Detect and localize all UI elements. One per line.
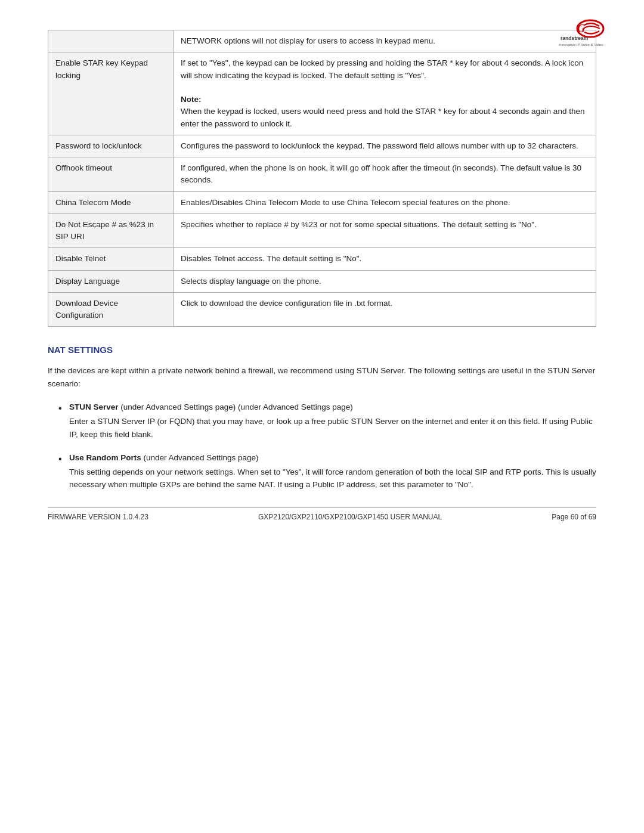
table-cell-content: Enables/Disables China Telecom Mode to u…: [174, 191, 596, 213]
svg-text:Innovative IP Voice & Video: Innovative IP Voice & Video: [559, 43, 603, 47]
bullet-title-stun: STUN Server: [69, 402, 119, 411]
bullet-list: STUN Server (under Advanced Settings pag…: [58, 401, 596, 491]
table-cell-content: If set to "Yes", the keypad can be locke…: [174, 52, 596, 135]
bullet-subtitle-ports-text: (under Advanced Settings page): [144, 453, 259, 462]
table-cell-label: Download Device Configuration: [48, 292, 174, 327]
table-cell-label: Disable Telnet: [48, 248, 174, 270]
table-row: Do Not Escape # as %23 in SIP URI Specif…: [48, 213, 596, 248]
nat-heading: NAT SETTINGS: [48, 345, 596, 355]
table-row: Disable Telnet Disables Telnet access. T…: [48, 248, 596, 270]
table-row: Download Device Configuration Click to d…: [48, 292, 596, 327]
bullet-body-stun: Enter a STUN Server IP (or FQDN) that yo…: [69, 415, 596, 441]
bullet-subtitle-stun-text: (under Advanced Settings page): [238, 402, 353, 411]
bullet-title-ports: Use Random Ports: [69, 453, 141, 462]
table-cell-label: [48, 30, 174, 52]
note-label: Note:: [181, 95, 202, 104]
table-cell-content: Specifies whether to replace # by %23 or…: [174, 213, 596, 248]
svg-text:G: G: [577, 23, 585, 35]
list-item: STUN Server (under Advanced Settings pag…: [58, 401, 596, 441]
table-cell-label: Display Language: [48, 270, 174, 292]
table-row: Password to lock/unlock Configures the p…: [48, 135, 596, 157]
table-row: Offhook timeout If configured, when the …: [48, 157, 596, 192]
table-row: China Telecom Mode Enables/Disables Chin…: [48, 191, 596, 213]
table-cell-content: Click to download the device configurati…: [174, 292, 596, 327]
table-cell-content: Selects display language on the phone.: [174, 270, 596, 292]
table-cell-content: NETWORK options will not display for use…: [174, 30, 596, 52]
footer: FIRMWARE VERSION 1.0.4.23 GXP2120/GXP211…: [48, 507, 596, 521]
table-cell-content: Disables Telnet access. The default sett…: [174, 248, 596, 270]
nat-intro: If the devices are kept within a private…: [48, 364, 596, 390]
table-cell-label: Password to lock/unlock: [48, 135, 174, 157]
table-cell-content: If configured, when the phone is on hook…: [174, 157, 596, 192]
table-cell-label: China Telecom Mode: [48, 191, 174, 213]
table-cell-label: Do Not Escape # as %23 in SIP URI: [48, 213, 174, 248]
table-row: Enable STAR key Keypad locking If set to…: [48, 52, 596, 135]
config-table: NETWORK options will not display for use…: [48, 30, 596, 327]
footer-right: Page 60 of 69: [552, 513, 596, 521]
logo: G randstream Innovative IP Voice & Video: [543, 18, 608, 51]
footer-center: GXP2120/GXP2110/GXP2100/GXP1450 USER MAN…: [258, 513, 442, 521]
table-row: NETWORK options will not display for use…: [48, 30, 596, 52]
table-cell-label: Enable STAR key Keypad locking: [48, 52, 174, 135]
page: G randstream Innovative IP Voice & Video…: [0, 0, 644, 538]
svg-text:randstream: randstream: [561, 35, 589, 41]
list-item: Use Random Ports (under Advanced Setting…: [58, 451, 596, 491]
table-cell-content: Configures the password to lock/unlock t…: [174, 135, 596, 157]
bullet-subtitle-stun: (under Advanced Settings page): [120, 402, 236, 411]
nat-section: NAT SETTINGS If the devices are kept wit…: [48, 345, 596, 491]
table-row: Display Language Selects display languag…: [48, 270, 596, 292]
table-cell-label: Offhook timeout: [48, 157, 174, 192]
footer-left: FIRMWARE VERSION 1.0.4.23: [48, 513, 148, 521]
bullet-body-ports: This setting depends on your network set…: [69, 466, 596, 491]
